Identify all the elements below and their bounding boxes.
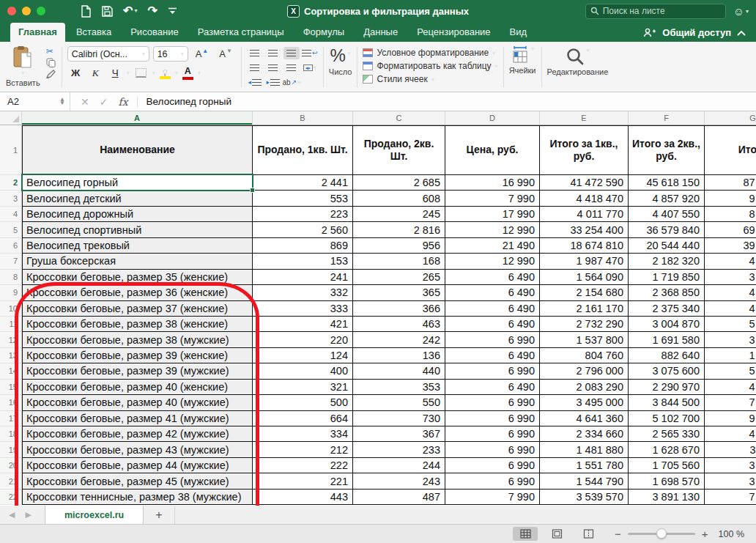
cell-G13[interactable]: 1 687 400	[705, 348, 756, 363]
cell-C17[interactable]: 730	[353, 411, 445, 426]
feedback-smiley-icon[interactable]: ☺▾	[733, 5, 749, 18]
cell-E10[interactable]: 2 161 170	[540, 301, 629, 317]
tab-vstavka[interactable]: Вставка	[68, 23, 119, 42]
normal-view-button[interactable]	[513, 527, 538, 541]
undo-dropdown-icon[interactable]: ▾	[134, 8, 137, 14]
cell-A8[interactable]: Кроссовки беговые, размер 35 (женские)	[22, 270, 253, 285]
cell-D22[interactable]: 7 990	[445, 490, 540, 505]
cell-A6[interactable]: Велосипед трековый	[22, 238, 253, 254]
cell-E16[interactable]: 3 495 000	[540, 395, 629, 410]
cell-A14[interactable]: Кроссовки беговые, размер 39 (мужские)	[22, 363, 253, 379]
cell-D8[interactable]: 6 490	[445, 270, 540, 285]
cell-F7[interactable]: 2 182 320	[629, 254, 705, 269]
text-orientation-button[interactable]: ab↗▾	[284, 76, 300, 89]
bold-button[interactable]: Ж	[67, 66, 84, 80]
cell-C19[interactable]: 233	[353, 442, 445, 457]
cell-E9[interactable]: 2 154 680	[540, 285, 629, 300]
cell-C12[interactable]: 242	[353, 332, 445, 347]
cell-D15[interactable]: 6 490	[445, 380, 540, 395]
paste-button[interactable]: ▾ Вставить	[4, 44, 42, 87]
cancel-entry-icon[interactable]: ✕	[81, 96, 89, 108]
percent-style-button[interactable]: %▾	[330, 45, 350, 66]
header-cell-F1[interactable]: Итого за 2кв., руб.	[629, 125, 705, 175]
cell-B14[interactable]: 400	[253, 363, 353, 379]
cell-G7[interactable]: 4 169 790	[705, 254, 756, 269]
wrap-text-button[interactable]: ↩	[302, 47, 318, 59]
row-number-15[interactable]: 15	[0, 380, 22, 395]
cell-D2[interactable]: 16 990	[445, 175, 540, 191]
header-cell-E1[interactable]: Итого за 1кв., руб.	[540, 125, 629, 175]
underline-button[interactable]: Ч	[107, 66, 124, 80]
row-number-18[interactable]: 18	[0, 426, 22, 442]
column-header-E[interactable]: E	[540, 111, 629, 125]
tab-recenzirovanie[interactable]: Рецензирование	[409, 23, 498, 42]
cell-D9[interactable]: 6 490	[445, 285, 540, 300]
sheet-tab-microexcel[interactable]: microexcel.ru	[45, 506, 144, 524]
cell-G16[interactable]: 7 339 500	[705, 395, 756, 410]
cell-E14[interactable]: 2 796 000	[540, 363, 629, 379]
select-all-corner[interactable]	[0, 111, 22, 125]
tab-formuly[interactable]: Формулы	[295, 23, 353, 42]
cell-F6[interactable]: 20 544 440	[629, 238, 705, 254]
save-icon[interactable]	[102, 6, 113, 17]
cell-E8[interactable]: 1 564 090	[540, 270, 629, 285]
conditional-formatting-button[interactable]: Условное форматирование ▾	[363, 48, 497, 58]
header-cell-C1[interactable]: Продано, 2кв. Шт.	[353, 125, 445, 175]
row-number-12[interactable]: 12	[0, 332, 22, 347]
cell-B21[interactable]: 221	[253, 473, 353, 489]
cell-B11[interactable]: 421	[253, 317, 353, 332]
cell-E15[interactable]: 2 083 290	[540, 380, 629, 395]
cell-G10[interactable]: 4 536 510	[705, 301, 756, 317]
cell-E13[interactable]: 804 760	[540, 348, 629, 363]
cell-F18[interactable]: 2 565 330	[629, 426, 705, 442]
decrease-font-button[interactable]: A▼	[215, 47, 236, 61]
cell-F9[interactable]: 2 368 850	[629, 285, 705, 300]
cell-C13[interactable]: 136	[353, 348, 445, 363]
cell-A18[interactable]: Кроссовки беговые, размер 42 (мужские)	[22, 426, 253, 442]
column-header-B[interactable]: B	[253, 111, 353, 125]
italic-button[interactable]: К	[87, 66, 104, 80]
cell-A2[interactable]: Велосипед горный	[22, 175, 253, 191]
cell-A15[interactable]: Кроссовки беговые, размер 40 (женские)	[22, 380, 253, 395]
cell-B8[interactable]: 241	[253, 270, 353, 285]
row-number-8[interactable]: 8	[0, 270, 22, 285]
row-number-9[interactable]: 9	[0, 285, 22, 300]
row-number-6[interactable]: 6	[0, 238, 22, 254]
cell-C6[interactable]: 956	[353, 238, 445, 254]
cell-G21[interactable]: 3 243 360	[705, 473, 756, 489]
cell-C7[interactable]: 168	[353, 254, 445, 269]
cell-G14[interactable]: 5 871 600	[705, 363, 756, 379]
cell-A3[interactable]: Велосипед детский	[22, 191, 253, 206]
cell-C21[interactable]: 243	[353, 473, 445, 489]
align-left-button[interactable]	[247, 62, 263, 74]
row-number-4[interactable]: 4	[0, 207, 22, 222]
cell-F4[interactable]: 4 407 550	[629, 207, 705, 222]
confirm-entry-icon[interactable]: ✓	[100, 96, 108, 108]
tab-vid[interactable]: Вид	[502, 23, 536, 42]
cell-D16[interactable]: 6 990	[445, 395, 540, 410]
cell-D14[interactable]: 6 990	[445, 363, 540, 379]
font-size-select[interactable]: 16▾	[153, 46, 188, 62]
cell-E3[interactable]: 4 418 470	[540, 191, 629, 206]
row-number-13[interactable]: 13	[0, 348, 22, 363]
cell-D21[interactable]: 6 990	[445, 473, 540, 489]
page-layout-view-button[interactable]	[544, 527, 569, 541]
font-name-select[interactable]: Calibri (Осн...▾	[67, 46, 149, 62]
cell-B5[interactable]: 2 560	[253, 222, 353, 237]
editing-button[interactable]: ▾	[566, 47, 589, 66]
cell-A20[interactable]: Кроссовки беговые, размер 44 (мужские)	[22, 458, 253, 473]
cell-G2[interactable]: 87 090 740	[705, 175, 756, 191]
cell-E22[interactable]: 3 539 570	[540, 490, 629, 505]
cell-F13[interactable]: 882 640	[629, 348, 705, 363]
cell-B4[interactable]: 223	[253, 207, 353, 222]
cell-G11[interactable]: 5 737 160	[705, 317, 756, 332]
cell-A12[interactable]: Кроссовки беговые, размер 38 (мужские)	[22, 332, 253, 347]
share-button[interactable]: Общий доступ	[662, 27, 731, 38]
cell-E21[interactable]: 1 544 790	[540, 473, 629, 489]
header-cell-G1[interactable]: Итого	[705, 125, 756, 175]
close-window-button[interactable]	[7, 7, 16, 15]
cell-B22[interactable]: 443	[253, 490, 353, 505]
increase-indent-button[interactable]: ▸	[265, 76, 281, 89]
merge-cells-button[interactable]: ◂▸▾	[302, 62, 318, 74]
cell-E7[interactable]: 1 987 470	[540, 254, 629, 269]
